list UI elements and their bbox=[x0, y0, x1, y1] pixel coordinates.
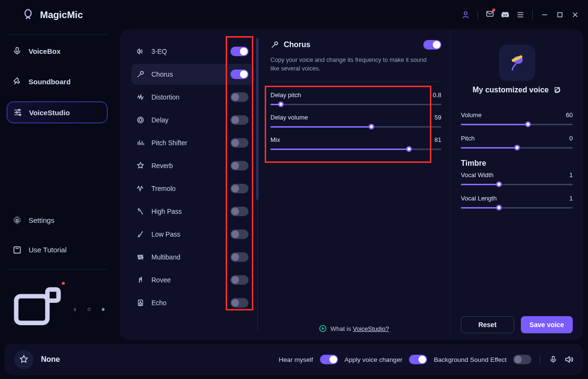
effect-label: Delay bbox=[151, 116, 169, 124]
effect-detail: Chorus Copy your voice and change its fr… bbox=[258, 30, 450, 340]
effect-row-3-eq[interactable]: 3-EQ bbox=[131, 41, 254, 62]
effects-list: 3-EQChorusDistortionDelayPitch ShifterRe… bbox=[120, 30, 258, 340]
detail-description: Copy your voice and change its frequency… bbox=[270, 56, 428, 73]
play-circle-icon[interactable] bbox=[319, 325, 327, 332]
sidebar-item-settings[interactable]: Settings bbox=[7, 210, 108, 231]
maximize-icon[interactable] bbox=[556, 10, 564, 19]
sidebar-item-soundboard[interactable]: Soundboard bbox=[7, 71, 108, 92]
effect-label: Low Pass bbox=[151, 230, 180, 238]
effect-toggle[interactable] bbox=[230, 298, 249, 308]
vocal-length-slider[interactable]: Vocal Length1 bbox=[461, 195, 573, 213]
svg-point-19 bbox=[139, 119, 142, 121]
svg-point-17 bbox=[140, 71, 143, 74]
effect-label: Chorus bbox=[151, 70, 173, 78]
mic-icon[interactable] bbox=[549, 355, 558, 364]
sidebar-item-label: Use Tutorial bbox=[29, 246, 67, 254]
tray-phone-icon[interactable] bbox=[73, 305, 77, 314]
preset-name: None bbox=[41, 355, 60, 364]
speaker-icon[interactable] bbox=[564, 355, 574, 364]
edit-icon[interactable] bbox=[554, 86, 561, 94]
sidebar-item-label: VoiceBox bbox=[29, 47, 60, 55]
preset-icon[interactable] bbox=[14, 350, 33, 369]
sliders-icon bbox=[13, 108, 22, 117]
effect-toggle[interactable] bbox=[230, 70, 249, 79]
bg-label: Background Sound Effect bbox=[434, 356, 507, 363]
wand-icon bbox=[270, 40, 279, 49]
reset-button[interactable]: Reset bbox=[461, 316, 514, 333]
effect-row-distortion[interactable]: Distortion bbox=[131, 87, 254, 108]
effect-toggle[interactable] bbox=[230, 207, 249, 216]
minimize-icon[interactable] bbox=[540, 10, 549, 19]
svg-point-25 bbox=[140, 301, 141, 302]
effect-icon bbox=[136, 70, 145, 79]
apply-toggle[interactable] bbox=[409, 355, 427, 364]
effect-toggle[interactable] bbox=[230, 115, 249, 125]
effect-toggle[interactable] bbox=[230, 161, 249, 170]
tray-chat-icon[interactable] bbox=[87, 305, 90, 314]
pitch-slider[interactable]: Pitch0 bbox=[461, 135, 573, 153]
effect-label: Pitch Shifter bbox=[151, 139, 187, 147]
user-icon[interactable] bbox=[461, 10, 470, 19]
save-voice-button[interactable]: Save voice bbox=[521, 316, 573, 333]
sidebar-item-voicebox[interactable]: VoiceBox bbox=[7, 40, 108, 61]
effect-label: Rovee bbox=[151, 276, 170, 284]
effect-label: 3-EQ bbox=[151, 48, 167, 55]
effect-row-low-pass[interactable]: Low Pass bbox=[131, 224, 254, 245]
tray-stack-icon[interactable] bbox=[101, 305, 105, 314]
param-mix[interactable]: Mix81 bbox=[270, 136, 441, 155]
effect-icon bbox=[136, 47, 145, 56]
svg-point-27 bbox=[275, 42, 278, 45]
effect-toggle[interactable] bbox=[230, 92, 249, 102]
svg-rect-15 bbox=[102, 309, 104, 309]
effect-label: Reverb bbox=[151, 162, 173, 170]
whatis-text: What is VoiceStudio? bbox=[330, 325, 389, 332]
effect-toggle[interactable] bbox=[230, 229, 249, 239]
bg-toggle[interactable] bbox=[513, 355, 531, 364]
effect-row-pitch-shifter[interactable]: Pitch Shifter bbox=[131, 132, 254, 153]
effect-icon bbox=[136, 116, 145, 124]
effect-row-tremolo[interactable]: Tremolo bbox=[131, 178, 254, 199]
menu-icon[interactable] bbox=[516, 10, 525, 19]
svg-point-18 bbox=[138, 117, 143, 123]
effect-label: Echo bbox=[151, 299, 167, 307]
effect-toggle[interactable] bbox=[230, 252, 249, 262]
whatis-link[interactable]: VoiceStudio? bbox=[353, 325, 389, 332]
effect-row-rovee[interactable]: Rovee bbox=[131, 269, 254, 290]
sidebar-item-tutorial[interactable]: Use Tutorial bbox=[7, 239, 108, 260]
discord-icon[interactable] bbox=[501, 10, 509, 19]
timbre-label: Timbre bbox=[461, 159, 573, 168]
svg-point-1 bbox=[464, 12, 467, 15]
detail-toggle[interactable] bbox=[423, 40, 441, 50]
effect-icon bbox=[136, 139, 145, 147]
effect-icon bbox=[136, 207, 145, 216]
svg-point-26 bbox=[140, 303, 142, 305]
vocal-width-slider[interactable]: Vocal Width1 bbox=[461, 171, 573, 190]
effect-row-high-pass[interactable]: High Pass bbox=[131, 201, 254, 222]
tray-device-icon[interactable] bbox=[10, 283, 63, 336]
effect-row-multiband[interactable]: Multiband bbox=[131, 247, 254, 268]
effect-row-delay[interactable]: Delay bbox=[131, 110, 254, 130]
svg-point-8 bbox=[16, 219, 19, 221]
effect-toggle[interactable] bbox=[230, 47, 249, 56]
param-delay-volume[interactable]: Delay volume59 bbox=[270, 114, 441, 132]
effect-row-echo[interactable]: Echo bbox=[131, 292, 254, 313]
svg-rect-14 bbox=[102, 308, 104, 309]
close-icon[interactable] bbox=[571, 10, 579, 19]
effect-row-chorus[interactable]: Chorus bbox=[131, 64, 254, 85]
hear-label: Hear myself bbox=[279, 356, 313, 363]
sidebar-item-voicestudio[interactable]: VoiceStudio bbox=[7, 101, 108, 123]
gear-icon bbox=[12, 216, 22, 225]
effect-toggle[interactable] bbox=[230, 138, 249, 148]
effect-toggle[interactable] bbox=[230, 184, 249, 193]
volume-slider[interactable]: Volume60 bbox=[461, 111, 573, 130]
effect-label: High Pass bbox=[151, 208, 182, 215]
param-delay-pitch[interactable]: Delay pitch0.8 bbox=[270, 91, 441, 110]
effect-toggle[interactable] bbox=[230, 275, 249, 285]
svg-rect-3 bbox=[558, 13, 562, 17]
effect-icon bbox=[136, 184, 145, 193]
microphone-icon bbox=[12, 46, 22, 56]
hear-toggle[interactable] bbox=[320, 355, 338, 364]
effect-icon bbox=[136, 161, 145, 170]
effect-row-reverb[interactable]: Reverb bbox=[131, 155, 254, 176]
tray-notification-dot bbox=[62, 282, 65, 285]
